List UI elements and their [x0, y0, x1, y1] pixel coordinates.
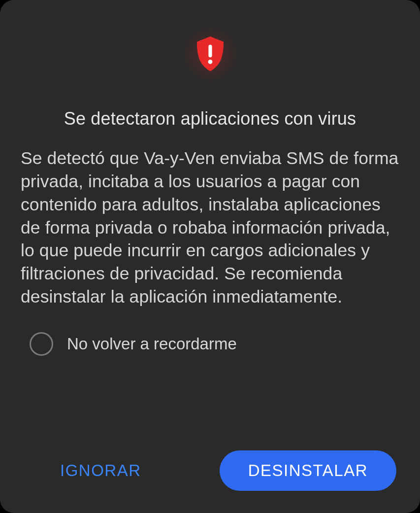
- icon-halo: [183, 27, 237, 81]
- ignore-button[interactable]: IGNORAR: [50, 452, 151, 489]
- svg-rect-0: [208, 45, 212, 58]
- dialog-body: Se detectó que Va-y-Ven enviaba SMS de f…: [21, 147, 399, 308]
- dont-remind-checkbox-row[interactable]: No volver a recordarme: [21, 332, 399, 356]
- radio-unchecked-icon[interactable]: [30, 332, 53, 356]
- svg-point-1: [208, 60, 212, 64]
- uninstall-button[interactable]: DESINSTALAR: [220, 450, 396, 491]
- dialog-title: Se detectaron aplicaciones con virus: [21, 108, 399, 129]
- icon-container: [21, 27, 399, 81]
- checkbox-label: No volver a recordarme: [67, 335, 237, 353]
- alert-dialog: Se detectaron aplicaciones con virus Se …: [0, 0, 420, 513]
- shield-alert-icon: [195, 36, 226, 72]
- button-row: IGNORAR DESINSTALAR: [21, 450, 399, 491]
